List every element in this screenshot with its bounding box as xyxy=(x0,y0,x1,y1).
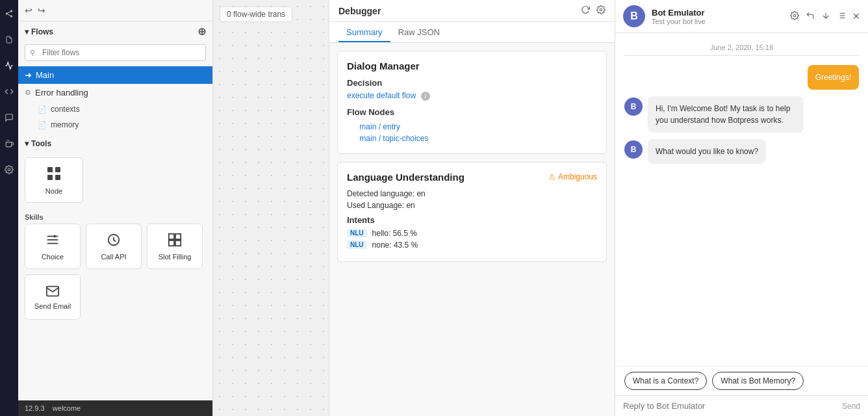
bot-settings-icon[interactable] xyxy=(790,11,799,22)
gear-icon[interactable] xyxy=(2,162,16,177)
flow-nodes-label: Flow Nodes xyxy=(347,107,597,117)
skills-label: Skills xyxy=(18,211,212,224)
svg-rect-8 xyxy=(47,167,53,172)
svg-line-4 xyxy=(8,12,10,13)
tools-header[interactable]: ▾ Tools xyxy=(18,135,212,152)
svg-line-3 xyxy=(8,14,10,16)
quick-reply-memory[interactable]: What is Bot Memory? xyxy=(712,372,804,390)
skill-call-api[interactable]: Call API xyxy=(86,224,142,269)
flow-item-error-label: Error handling xyxy=(35,88,88,98)
code-icon[interactable] xyxy=(2,84,16,99)
plug-icon[interactable] xyxy=(2,136,16,151)
bot-header-left: B Bot Emulator Test your bot live xyxy=(623,5,706,27)
intent-text-2: none: 43.5 % xyxy=(372,240,418,250)
bot-download-icon[interactable] xyxy=(821,11,830,22)
send-button[interactable]: Send xyxy=(842,402,860,411)
message-row-user: Greetings! xyxy=(624,65,859,90)
svg-point-7 xyxy=(8,168,10,171)
toolbar: ↩ ↪ xyxy=(18,0,212,21)
flow-node-1-link[interactable]: main / entry xyxy=(359,122,400,131)
used-language: Used Language: en xyxy=(347,201,597,210)
tool-node-label: Node xyxy=(45,187,62,195)
skill-send-email-label: Send Email xyxy=(34,302,71,310)
execute-default-flow-link[interactable]: execute default flow xyxy=(347,91,416,100)
skill-choice[interactable]: Choice xyxy=(25,224,81,269)
message-row-bot-1: B Hi, I'm Welcome Bot! My task is to hel… xyxy=(624,96,859,133)
svg-point-21 xyxy=(600,8,602,11)
bot-undo-icon[interactable] xyxy=(806,11,815,22)
tab-raw-json[interactable]: Raw JSON xyxy=(390,22,448,42)
flow-arrow-icon: ➜ xyxy=(25,70,32,80)
skill-send-email[interactable]: Send Email xyxy=(25,274,81,320)
date-divider: June 2, 2020, 15:18 xyxy=(624,44,859,56)
bot-input-area: Send xyxy=(615,395,868,416)
add-flow-button[interactable]: ⊕ xyxy=(198,25,206,38)
canvas-area[interactable]: 0 flow-wide trans xyxy=(213,0,329,416)
flow-node-2: main / topic-choices xyxy=(350,133,597,144)
debugger-body: Dialog Manager Decision execute default … xyxy=(329,43,615,416)
svg-point-1 xyxy=(6,12,8,15)
svg-rect-10 xyxy=(47,175,53,180)
sub-item-contexts[interactable]: 📄 contexts xyxy=(31,101,212,117)
warning-icon: ⚠ xyxy=(548,172,555,181)
sub-items: 📄 contexts 📄 memory xyxy=(18,101,212,133)
bot-subtitle: Test your bot live xyxy=(652,18,706,25)
refresh-icon[interactable] xyxy=(581,5,590,16)
bot-header: B Bot Emulator Test your bot live ✕ xyxy=(615,0,868,33)
send-email-icon xyxy=(45,284,60,300)
debugger-panel: Debugger Summary Raw JSON Dialog Manager… xyxy=(329,0,615,416)
flow-count-bar: 0 flow-wide trans xyxy=(220,6,292,22)
tool-node[interactable]: Node xyxy=(25,157,83,203)
svg-rect-19 xyxy=(169,240,174,245)
message-bubble-user: Greetings! xyxy=(808,65,859,90)
chart-icon[interactable] xyxy=(2,58,16,73)
bot-messages: June 2, 2020, 15:18 Greetings! B Hi, I'm… xyxy=(615,33,868,366)
skill-slot-filling[interactable]: Slot Filling xyxy=(147,224,203,269)
dialog-manager-title: Dialog Manager xyxy=(347,60,597,72)
filter-icon: ⚲ xyxy=(30,49,35,57)
flow-item-label: Main xyxy=(36,70,54,80)
chevron-down-icon: ▾ xyxy=(25,27,29,36)
flows-header[interactable]: ▾ Flows ⊕ xyxy=(18,21,212,42)
svg-rect-15 xyxy=(54,235,56,237)
flows-label: Flows xyxy=(31,27,53,36)
svg-point-22 xyxy=(793,14,796,17)
filter-flows-input[interactable] xyxy=(25,44,206,61)
language-understanding-card: Language Understanding ⚠ Ambiguous Detec… xyxy=(337,162,607,262)
tools-label: Tools xyxy=(31,139,51,148)
flow-count-label: 0 xyxy=(227,10,231,19)
bot-reply-input[interactable] xyxy=(623,401,837,411)
message-row-bot-2: B What would you like to know? xyxy=(624,139,859,164)
bot-close-icon[interactable]: ✕ xyxy=(852,11,860,21)
svg-rect-18 xyxy=(175,233,181,239)
lu-header: Language Understanding ⚠ Ambiguous xyxy=(347,172,597,183)
skills-section: Skills Choice Call API xyxy=(18,208,212,328)
redo-button[interactable]: ↪ xyxy=(38,5,45,16)
call-api-icon xyxy=(107,233,121,250)
project-name: welcome xyxy=(53,404,81,412)
ambiguous-badge: ⚠ Ambiguous xyxy=(548,172,597,181)
flow-node-2-link[interactable]: main / topic-choices xyxy=(359,134,428,143)
tools-chevron-icon: ▾ xyxy=(25,139,29,148)
decision-label: Decision xyxy=(347,78,597,88)
bot-list-icon[interactable] xyxy=(837,11,846,22)
undo-button[interactable]: ↩ xyxy=(25,5,32,16)
svg-rect-11 xyxy=(55,175,60,180)
flow-item-error-handling[interactable]: ⚙ Error handling xyxy=(18,84,212,101)
bot-header-info: Bot Emulator Test your bot live xyxy=(652,8,706,25)
bot-panel: B Bot Emulator Test your bot live ✕ June… xyxy=(615,0,868,416)
quick-reply-context[interactable]: What is a Context? xyxy=(624,372,707,390)
flow-item-main[interactable]: ➜ Main xyxy=(18,66,212,84)
intent-item-2: NLU none: 43.5 % xyxy=(347,240,597,250)
share-icon[interactable] xyxy=(2,6,16,21)
intent-item-1: NLU hello: 56.5 % xyxy=(347,229,597,238)
message-icon[interactable] xyxy=(2,110,16,125)
tab-summary[interactable]: Summary xyxy=(338,22,390,42)
icon-bar xyxy=(0,0,18,416)
settings-icon[interactable] xyxy=(596,5,606,16)
sub-item-memory[interactable]: 📄 memory xyxy=(31,117,212,133)
file-icon[interactable] xyxy=(2,32,16,47)
info-icon: i xyxy=(421,92,430,101)
node-icon xyxy=(46,166,62,185)
debugger-title: Debugger xyxy=(338,6,381,16)
